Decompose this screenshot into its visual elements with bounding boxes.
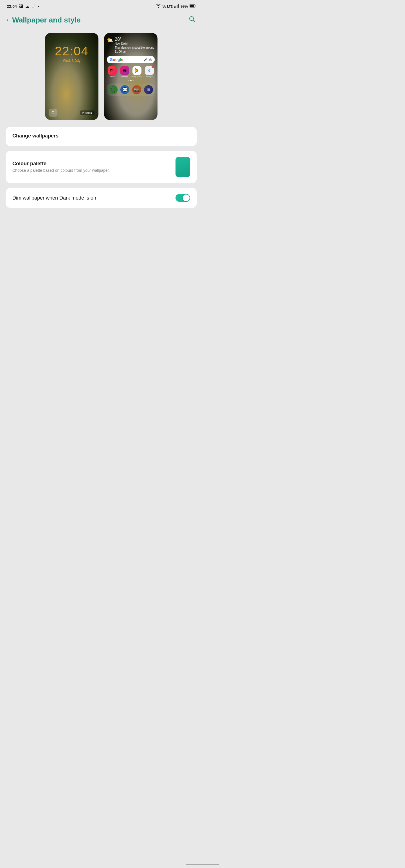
dim-wallpaper-toggle[interactable]	[175, 194, 190, 202]
colour-palette-title: Colour palette	[12, 161, 110, 167]
back-button[interactable]: ‹	[7, 16, 9, 24]
weather-icon: ⛅	[107, 37, 113, 43]
status-time: 22:04	[7, 4, 17, 9]
lte-label: Vo LTE	[163, 5, 173, 8]
app-store[interactable]: 🛍 Store	[107, 66, 118, 78]
home-search-bar[interactable]: Google 🎤 ◎	[107, 56, 155, 63]
wallpaper-previews: 22:04 Wed, 3 July C Video ▶ ⛅ 28° Ne	[0, 30, 202, 127]
google-badge: 3	[152, 65, 154, 68]
playstore-icon	[133, 66, 142, 75]
lens-icon: ◎	[149, 58, 152, 62]
colour-palette-card[interactable]: Colour palette Choose a palette based on…	[6, 151, 197, 183]
app-google[interactable]: G 3 Google	[144, 66, 155, 78]
change-wallpapers-title: Change wallpapers	[12, 133, 190, 139]
colour-swatch[interactable]	[175, 157, 190, 177]
dim-wallpaper-label: Dim wallpaper when Dark mode is on	[12, 195, 175, 201]
dim-wallpaper-card[interactable]: Dim wallpaper when Dark mode is on	[6, 188, 197, 208]
lock-screen-time: 22:04	[55, 44, 89, 58]
weather-desc: Thunderstorms possible around 11:00 pm	[115, 46, 155, 54]
lock-video-tag: Video ▶	[80, 111, 94, 115]
wifi-icon	[156, 4, 161, 9]
dock-messages-icon[interactable]: 💬	[120, 85, 129, 94]
colour-palette-text: Colour palette Choose a palette based on…	[12, 161, 110, 174]
dot-3	[133, 80, 134, 81]
dock-bar: 📞 💬 📷 ⊞	[107, 84, 155, 96]
dot-1	[128, 80, 129, 81]
store-label: Store	[110, 75, 115, 78]
app-playstore[interactable]: Play Store	[132, 66, 142, 78]
svg-rect-5	[190, 5, 194, 7]
search-voice-lens-icons: 🎤 ◎	[143, 58, 152, 62]
home-weather: ⛅ 28° New Delhi Thunderstorms possible a…	[107, 37, 155, 54]
svg-rect-3	[178, 4, 179, 8]
home-screen-preview[interactable]: ⛅ 28° New Delhi Thunderstorms possible a…	[104, 33, 157, 120]
dock-camera-icon[interactable]: 📷	[132, 85, 141, 94]
dot-icon: •	[38, 4, 39, 9]
gallery-label: Gallery	[121, 75, 128, 78]
dock-phone-icon[interactable]: 📞	[109, 85, 118, 94]
playstore-label: Play Store	[133, 75, 142, 78]
store-icon: 🛍	[108, 66, 117, 75]
lock-camera-icon: C	[49, 109, 57, 117]
gallery-icon: ❋	[120, 66, 129, 75]
voice-icon: 🎤	[143, 58, 148, 62]
colour-palette-desc: Choose a palette based on colours from y…	[12, 168, 110, 174]
page-dots	[107, 80, 155, 81]
search-icon[interactable]	[189, 16, 196, 25]
svg-rect-0	[174, 6, 175, 8]
svg-rect-1	[175, 6, 176, 8]
lock-screen-preview[interactable]: 22:04 Wed, 3 July C Video ▶	[45, 33, 98, 120]
weather-location: New Delhi	[115, 42, 155, 46]
page-title: Wallpaper and style	[12, 16, 81, 25]
photo-icon: 🖼	[19, 4, 23, 9]
dock-apps-icon[interactable]: ⊞	[144, 85, 153, 94]
change-wallpapers-card[interactable]: Change wallpapers	[6, 127, 197, 146]
battery-percent: 99%	[180, 4, 188, 8]
status-left: 22:04 🖼 ☁ 📈 •	[7, 4, 39, 9]
toggle-knob	[183, 194, 190, 201]
svg-rect-2	[177, 5, 177, 8]
google-label: Google	[146, 75, 153, 78]
lock-screen-date: Wed, 3 July	[63, 59, 81, 63]
cloud-icon: ☁	[25, 4, 29, 9]
status-bar: 22:04 🖼 ☁ 📈 • Vo LTE 99%	[0, 0, 202, 11]
colour-palette-row: Colour palette Choose a palette based on…	[12, 157, 190, 177]
battery-icon	[190, 4, 196, 8]
weather-temp: 28°	[115, 37, 155, 42]
home-app-grid: 🛍 Store ❋ Gallery	[107, 66, 155, 78]
signal-icon	[174, 4, 179, 9]
status-right: Vo LTE 99%	[156, 4, 196, 9]
google-icon: G 3	[145, 66, 154, 75]
trend-icon: 📈	[31, 4, 36, 8]
header: ‹ Wallpaper and style	[0, 11, 202, 30]
app-gallery[interactable]: ❋ Gallery	[119, 66, 130, 78]
dot-2	[130, 80, 132, 81]
header-left: ‹ Wallpaper and style	[7, 16, 81, 25]
google-logo: Google	[110, 57, 123, 62]
